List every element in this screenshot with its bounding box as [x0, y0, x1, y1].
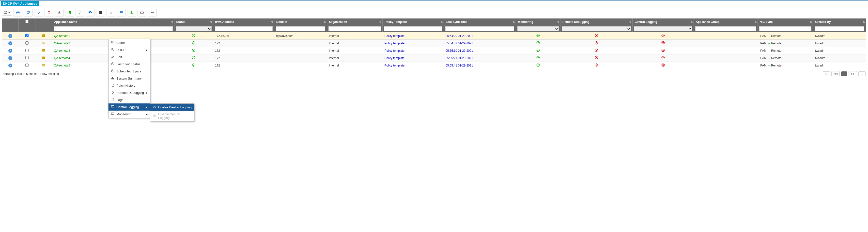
- sync-time-link[interactable]: 05:54:52 01-29-2021: [445, 41, 473, 45]
- col-appliance-group[interactable]: Appliance Group⇅: [693, 19, 757, 25]
- sync-button[interactable]: [75, 9, 84, 17]
- sync-time-link[interactable]: 05:55:41 01-29-2021: [445, 64, 473, 67]
- col-appliance-name[interactable]: Appliance Name⇅: [52, 19, 174, 25]
- col-ipv4[interactable]: IPV4 Address⇅: [213, 19, 274, 25]
- col-select-all[interactable]: [19, 19, 35, 25]
- page-prev[interactable]: ◀◀: [831, 71, 840, 76]
- col-created-by[interactable]: Created By⇅: [813, 19, 866, 25]
- bookmark-button[interactable]: [65, 9, 74, 17]
- row-checkbox[interactable]: [25, 41, 29, 45]
- link-button[interactable]: [137, 9, 146, 17]
- expand-row-button[interactable]: ▾: [8, 41, 12, 45]
- appliance-group-cell: [693, 62, 757, 69]
- filter-nic-sync[interactable]: [759, 26, 812, 31]
- page-next[interactable]: ▶▶: [848, 71, 857, 76]
- sync-time-link[interactable]: 05:55:10 01-29-2021: [445, 49, 473, 53]
- filter-appliance-group[interactable]: [695, 26, 756, 31]
- svg-rect-35: [42, 57, 45, 58]
- expand-row-button[interactable]: ▾: [8, 56, 12, 60]
- col-monitoring[interactable]: Monitoring⇅: [516, 19, 560, 25]
- cloud-upload-button[interactable]: [86, 9, 95, 17]
- remote-debugging-icon: [560, 40, 632, 47]
- filter-monitoring[interactable]: [518, 26, 559, 31]
- expand-row-button[interactable]: ▾: [8, 63, 12, 67]
- status-icon: [174, 47, 213, 54]
- row-checkbox[interactable]: [25, 49, 29, 52]
- monitoring-icon: [516, 47, 560, 54]
- appliance-name-link[interactable]: QA-remote1: [54, 34, 70, 38]
- page-first[interactable]: ⏮: [823, 71, 830, 76]
- row-checkbox[interactable]: [25, 56, 29, 59]
- filter-remote-debugging[interactable]: [562, 26, 631, 31]
- policy-link[interactable]: Policy template: [384, 64, 404, 67]
- monitoring-icon: [516, 62, 560, 69]
- organization-cell: Internal: [327, 54, 382, 62]
- row-checkbox[interactable]: [25, 63, 29, 67]
- nic-sync-cell: IPAM → Remote: [757, 47, 813, 54]
- appliance-name-link[interactable]: QA-remote2: [54, 41, 70, 45]
- sync-time-link[interactable]: 05:55:21 01-29-2021: [445, 56, 473, 60]
- status-icon: [174, 54, 213, 62]
- svg-rect-14: [42, 35, 45, 36]
- filter-created-by[interactable]: [815, 26, 864, 31]
- refresh-button[interactable]: [117, 9, 126, 17]
- menu-item-last-sync-status[interactable]: Last Sync Status: [108, 61, 150, 68]
- add-button[interactable]: [13, 9, 22, 17]
- policy-link[interactable]: Policy template: [384, 34, 404, 38]
- copy-button[interactable]: [24, 9, 33, 17]
- col-nic-sync[interactable]: NIC Sync⇅: [757, 19, 813, 25]
- server-icon: [35, 40, 52, 47]
- table-row[interactable]: ▾QA-remote1172.16.0.6tcpwave.comInternal…: [2, 32, 866, 40]
- filter-appliance-name[interactable]: [54, 26, 173, 31]
- menu-item-scheduled-syncs[interactable]: Scheduled Syncs: [108, 68, 150, 75]
- monitoring-icon: [516, 40, 560, 47]
- menu-item-label: System Summary: [116, 77, 142, 78]
- col-last-sync[interactable]: Last Sync Time⇅: [443, 19, 516, 25]
- menu-item-clone[interactable]: Clone: [108, 39, 150, 46]
- policy-link[interactable]: Policy template: [384, 56, 404, 60]
- menu-item-edit[interactable]: Edit: [108, 53, 150, 61]
- filter-central-logging[interactable]: [634, 26, 692, 31]
- remote-debugging-icon: [560, 32, 632, 40]
- filter-sync[interactable]: [445, 26, 515, 31]
- col-domain[interactable]: Domain⇅: [274, 19, 327, 25]
- context-menu[interactable]: CloneDHCP▶EditLast Sync StatusScheduled …: [108, 39, 150, 78]
- filter-row: [2, 25, 866, 32]
- select-all-checkbox[interactable]: [25, 20, 29, 23]
- menu-item-dhcp[interactable]: DHCP▶: [108, 46, 150, 53]
- status-icon: [174, 32, 213, 40]
- delete-button[interactable]: [44, 9, 53, 17]
- appliance-name-link[interactable]: QA-remote3: [54, 49, 70, 53]
- col-central-logging[interactable]: Central Logging⇅: [632, 19, 693, 25]
- central-logging-icon: [632, 32, 693, 40]
- expand-row-button[interactable]: ▾: [8, 34, 12, 38]
- policy-link[interactable]: Policy template: [384, 49, 404, 53]
- col-organization[interactable]: Organization⇅: [327, 19, 382, 25]
- expand-row-button[interactable]: ▾: [8, 49, 12, 53]
- sync-time-link[interactable]: 05:54:20 01-29-2021: [445, 34, 473, 38]
- col-remote-debugging[interactable]: Remote Debugging⇅: [560, 19, 632, 25]
- row-checkbox[interactable]: [25, 34, 29, 37]
- upload-button[interactable]: [106, 9, 115, 17]
- page-last[interactable]: ⏭: [859, 71, 866, 76]
- col-status[interactable]: Status⇅: [174, 19, 213, 25]
- page-current[interactable]: 1: [841, 71, 847, 76]
- filter-status[interactable]: [176, 26, 212, 31]
- policy-link[interactable]: Policy template: [384, 41, 404, 45]
- download-button[interactable]: [55, 9, 64, 17]
- more-button[interactable]: [148, 9, 157, 17]
- appliance-name-link[interactable]: QA-remote4: [54, 56, 70, 60]
- filter-organization[interactable]: [329, 26, 381, 31]
- col-policy-template[interactable]: Policy Template⇅: [382, 19, 443, 25]
- svg-rect-34: [42, 57, 45, 57]
- filter-ipv4[interactable]: [215, 26, 273, 31]
- edit-button[interactable]: [34, 9, 43, 17]
- filter-domain[interactable]: [276, 26, 326, 31]
- appliance-name-link[interactable]: QA-remote5: [54, 64, 70, 67]
- filter-policy[interactable]: [384, 26, 442, 31]
- database-button[interactable]: [96, 9, 105, 17]
- menu-item-system-summary[interactable]: System Summary: [108, 75, 150, 78]
- svg-rect-15: [42, 36, 45, 37]
- page-size-selector[interactable]: 20 ▾: [2, 9, 12, 16]
- view-button[interactable]: [127, 9, 136, 17]
